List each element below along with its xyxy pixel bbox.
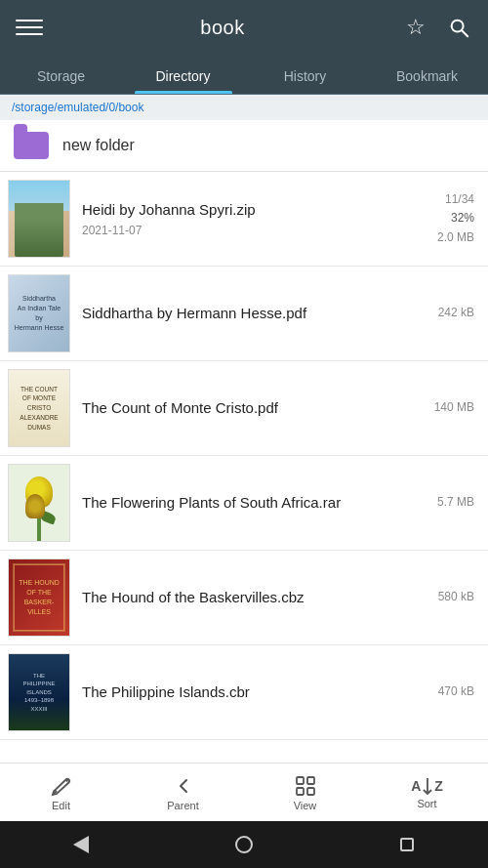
new-folder-item[interactable]: new folder <box>0 120 488 172</box>
nav-sort-label: Sort <box>417 798 436 809</box>
file-row[interactable]: The Flowering Plants of South Africa.rar… <box>0 456 488 551</box>
nav-parent-label: Parent <box>167 800 198 811</box>
edit-icon <box>50 774 73 798</box>
file-info-hound: The Hound of the Baskervilles.cbz <box>82 588 421 607</box>
file-size: 242 kB <box>421 304 474 322</box>
tab-storage[interactable]: Storage <box>0 55 122 94</box>
stem <box>38 507 41 541</box>
bottom-nav: Edit Parent View A Z Sort <box>0 763 488 821</box>
thumb-text: THE COUNT OF MONTE CRISTO ALEXANDRE DUMA… <box>20 385 58 433</box>
file-name: Siddhartha by Hermann Hesse.pdf <box>82 304 421 323</box>
thumb-text: THE PHILIPPINE ISLANDS 1493–1898 XXXIII <box>22 672 55 713</box>
new-folder-label: new folder <box>62 137 135 154</box>
file-row[interactable]: Heidi by Johanna Spyri.zip 2021-11-07 11… <box>0 172 488 267</box>
file-name: The Hound of the Baskervilles.cbz <box>82 588 421 607</box>
top-bar-actions: ☆ <box>398 10 476 45</box>
leaf-right <box>39 510 57 524</box>
tab-history[interactable]: History <box>244 55 366 94</box>
sort-az-icon: A <box>411 779 421 793</box>
svg-rect-4 <box>307 777 314 784</box>
file-thumbnail-flowering <box>8 464 70 542</box>
sort-icon-group: A Z <box>411 776 443 796</box>
folder-icon <box>14 132 49 159</box>
sort-z-icon: Z <box>434 779 443 793</box>
file-name: The Flowering Plants of South Africa.rar <box>82 493 421 513</box>
file-row[interactable]: THE PHILIPPINE ISLANDS 1493–1898 XXXIII … <box>0 645 488 740</box>
search-button[interactable] <box>441 10 476 45</box>
nav-sort[interactable]: A Z Sort <box>366 770 488 815</box>
tab-bookmark[interactable]: Bookmark <box>366 55 488 94</box>
star-button[interactable]: ☆ <box>398 10 433 45</box>
file-thumbnail-hound: THE HOUNDOF THEBASKER-VILLES <box>8 558 70 637</box>
flower <box>25 476 53 508</box>
nav-view[interactable]: View <box>244 768 366 817</box>
hound-text: THE HOUNDOF THEBASKER-VILLES <box>13 572 65 622</box>
back-button[interactable] <box>65 829 97 860</box>
file-size: 580 kB <box>421 588 474 606</box>
nav-edit-label: Edit <box>52 800 70 811</box>
back-icon <box>73 836 89 853</box>
file-row[interactable]: Siddhartha An Indian Tale by Hermann Hes… <box>0 267 488 361</box>
nav-edit[interactable]: Edit <box>0 768 122 817</box>
svg-rect-5 <box>297 788 304 795</box>
app-title: book <box>47 17 398 39</box>
file-thumbnail-siddhartha: Siddhartha An Indian Tale by Hermann Hes… <box>8 274 70 352</box>
tab-bar: Storage Directory History Bookmark <box>0 55 488 95</box>
file-date: 2021-11-07 <box>82 224 421 237</box>
system-nav <box>0 821 488 868</box>
file-thumbnail-heidi <box>8 180 70 258</box>
file-info-monte: The Count of Monte Cristo.pdf <box>82 398 421 418</box>
file-name: The Count of Monte Cristo.pdf <box>82 398 421 418</box>
file-size: 5.7 MB <box>421 493 474 512</box>
file-meta-monte: 140 MB <box>421 398 474 417</box>
file-info-flowering: The Flowering Plants of South Africa.rar <box>82 493 421 513</box>
breadcrumb[interactable]: /storage/emulated/0/book <box>0 95 488 120</box>
file-name: Heidi by Johanna Spyri.zip <box>82 200 421 220</box>
file-row[interactable]: THE HOUNDOF THEBASKER-VILLES The Hound o… <box>0 551 488 645</box>
file-size: 470 kB <box>421 682 474 701</box>
file-thumbnail-philippine: THE PHILIPPINE ISLANDS 1493–1898 XXXIII <box>8 653 70 731</box>
file-size: 2.0 MB <box>421 228 474 247</box>
menu-button[interactable] <box>12 10 47 45</box>
file-list: new folder Heidi by Johanna Spyri.zip 20… <box>0 120 488 800</box>
home-icon <box>235 836 253 853</box>
leaf-left <box>25 502 43 517</box>
file-info-siddhartha: Siddhartha by Hermann Hesse.pdf <box>82 304 421 323</box>
file-info-heidi: Heidi by Johanna Spyri.zip 2021-11-07 <box>82 200 421 237</box>
recents-icon <box>400 838 414 851</box>
home-button[interactable] <box>228 829 260 860</box>
svg-rect-6 <box>307 788 314 795</box>
top-bar: book ☆ <box>0 0 488 55</box>
file-pct: 32% <box>421 209 474 227</box>
nav-parent[interactable]: Parent <box>122 768 244 817</box>
file-name: The Philippine Islands.cbr <box>82 682 421 702</box>
file-meta-hound: 580 kB <box>421 588 474 606</box>
tab-directory[interactable]: Directory <box>122 55 244 94</box>
file-size: 140 MB <box>421 398 474 417</box>
svg-line-1 <box>462 30 468 36</box>
file-meta-flowering: 5.7 MB <box>421 493 474 512</box>
recents-button[interactable] <box>391 829 423 860</box>
view-icon <box>294 774 317 798</box>
star-icon: ☆ <box>406 15 426 40</box>
nav-view-label: View <box>294 800 317 811</box>
search-icon <box>448 17 469 38</box>
file-thumbnail-monte: THE COUNT OF MONTE CRISTO ALEXANDRE DUMA… <box>8 369 70 447</box>
sort-arrow-icon <box>422 776 433 796</box>
file-row[interactable]: THE COUNT OF MONTE CRISTO ALEXANDRE DUMA… <box>0 361 488 456</box>
file-meta-heidi: 11/34 32% 2.0 MB <box>421 190 474 247</box>
file-info-philippine: The Philippine Islands.cbr <box>82 682 421 702</box>
file-meta-philippine: 470 kB <box>421 682 474 701</box>
parent-icon <box>172 774 195 798</box>
file-meta-siddhartha: 242 kB <box>421 304 474 322</box>
thumb-text: Siddhartha An Indian Tale by Hermann Hes… <box>15 294 64 332</box>
svg-rect-3 <box>297 777 304 784</box>
file-progress: 11/34 <box>421 190 474 209</box>
